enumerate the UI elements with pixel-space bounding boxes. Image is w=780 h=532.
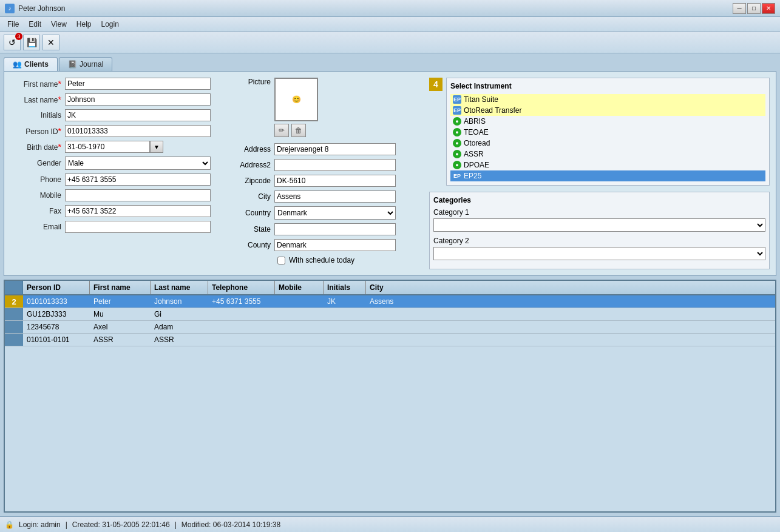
col-header-initials[interactable]: Initials: [324, 281, 366, 294]
instrument-dpoae[interactable]: ● DPOAE: [450, 160, 765, 170]
tab-journal[interactable]: 📓 Journal: [59, 57, 112, 71]
county-input[interactable]: [274, 239, 396, 251]
restore-button[interactable]: □: [747, 3, 761, 14]
edit-picture-button[interactable]: ✏: [274, 124, 289, 137]
address-input[interactable]: [274, 143, 396, 155]
gender-label: Gender: [10, 159, 65, 167]
birth-date-row: Birth date* ▼: [10, 141, 211, 153]
save-button[interactable]: 💾: [23, 35, 40, 50]
assr-label: ASSR: [464, 150, 484, 158]
category1-select[interactable]: [433, 218, 765, 232]
table-row-2-wrapper[interactable]: GU12BJ333 Mu Gi: [5, 308, 775, 321]
instrument-section-title: Select Instrument: [450, 82, 765, 90]
gender-select[interactable]: Male Female: [65, 157, 211, 170]
cell-mobile-4: [275, 334, 324, 346]
refresh-button[interactable]: ↺ 3: [4, 35, 21, 50]
titan-icon: EP: [453, 95, 461, 104]
first-name-label: First name*: [10, 79, 65, 89]
email-label: Email: [10, 223, 65, 231]
menu-file[interactable]: File: [2, 19, 24, 30]
date-picker-button[interactable]: ▼: [150, 141, 163, 153]
teoae-icon: ●: [453, 128, 461, 136]
zipcode-label: Zipcode: [229, 177, 274, 185]
delete-picture-button[interactable]: 🗑: [291, 124, 306, 137]
first-name-input[interactable]: [65, 78, 211, 90]
person-id-input[interactable]: [65, 125, 211, 137]
schedule-row: With schedule today: [277, 256, 411, 264]
state-row: State: [229, 223, 411, 235]
cell-person-id-2: GU12BJ333: [23, 308, 90, 320]
minimize-button[interactable]: ─: [733, 3, 746, 14]
instrument-abris[interactable]: ● ABRIS: [450, 116, 765, 127]
with-schedule-checkbox[interactable]: [277, 257, 285, 264]
cell-last-name-1: Johnson: [151, 295, 208, 308]
otoread-transfer-label: OtoRead Transfer: [464, 106, 521, 115]
col-header-person-id[interactable]: Person ID: [23, 281, 90, 294]
category1-label: Category 1: [433, 208, 765, 217]
table-row-4-wrapper[interactable]: 010101-0101 ASSR ASSR: [5, 334, 775, 346]
country-row: Country Denmark Sweden Norway Germany: [229, 206, 411, 220]
main-content: 👥 Clients 📓 Journal First name* Last nam…: [0, 53, 780, 516]
address2-row: Address2: [229, 159, 411, 171]
menu-edit[interactable]: Edit: [24, 19, 46, 30]
instrument-otoread[interactable]: ● Otoread: [450, 138, 765, 149]
journal-tab-icon: 📓: [68, 60, 77, 69]
table-row-3-wrapper[interactable]: 12345678 Axel Adam: [5, 321, 775, 334]
close-button[interactable]: ✕: [762, 3, 775, 14]
category2-select[interactable]: [433, 247, 765, 260]
instrument-section: Select Instrument EP Titan Suite EP OtoR…: [446, 78, 770, 186]
table-body: 2 0101013333 Peter Johnson +45 6371 3555…: [5, 295, 775, 511]
menu-login[interactable]: Login: [97, 19, 124, 30]
col-header-first-name[interactable]: First name: [90, 281, 151, 294]
col-header-last-name[interactable]: Last name: [151, 281, 208, 294]
instrument-titan[interactable]: EP Titan Suite: [450, 94, 765, 105]
col-header-city[interactable]: City: [366, 281, 775, 294]
instrument-assr[interactable]: ● ASSR: [450, 149, 765, 160]
cell-person-id-4: 010101-0101: [23, 334, 90, 346]
address2-input[interactable]: [274, 159, 396, 171]
address-label: Address: [229, 145, 274, 153]
cell-city-3: [366, 321, 775, 333]
address-section: Picture 😊 ✏ 🗑 Address Address2: [223, 78, 417, 269]
col-header-telephone[interactable]: Telephone: [208, 281, 275, 294]
picture-label: Picture: [229, 78, 274, 86]
city-row: City: [229, 190, 411, 203]
email-input[interactable]: [65, 221, 211, 233]
cell-last-name-4: ASSR: [151, 334, 208, 346]
country-select[interactable]: Denmark Sweden Norway Germany: [274, 206, 396, 220]
tab-clients[interactable]: 👥 Clients: [4, 57, 58, 71]
table-row-1[interactable]: 0101013333 Peter Johnson +45 6371 3555 J…: [23, 295, 775, 308]
menu-view[interactable]: View: [46, 19, 72, 30]
first-name-row: First name*: [10, 78, 211, 90]
menu-help[interactable]: Help: [72, 19, 97, 30]
birth-date-input[interactable]: [65, 141, 150, 153]
table-row[interactable]: 2 0101013333 Peter Johnson +45 6371 3555…: [5, 295, 775, 308]
zipcode-input[interactable]: [274, 175, 396, 187]
mobile-input[interactable]: [65, 189, 211, 201]
last-name-input[interactable]: [65, 93, 211, 106]
clients-table: Person ID First name Last name Telephone…: [4, 280, 776, 513]
cell-telephone-2: [208, 308, 275, 320]
city-input[interactable]: [274, 190, 396, 203]
cell-initials-3: [324, 321, 366, 333]
fax-input[interactable]: [65, 205, 211, 217]
table-row-4[interactable]: 010101-0101 ASSR ASSR: [23, 334, 775, 346]
instrument-teoae[interactable]: ● TEOAE: [450, 127, 765, 138]
instrument-otoread-transfer[interactable]: EP OtoRead Transfer: [450, 105, 765, 116]
initials-input[interactable]: [65, 109, 211, 121]
address2-label: Address2: [229, 161, 274, 169]
close-tool-button[interactable]: ✕: [42, 35, 59, 50]
state-input[interactable]: [274, 223, 396, 235]
fax-label: Fax: [10, 207, 65, 215]
title-bar-left: ♪ Peter Johnson: [5, 4, 65, 13]
right-panel: 4 Select Instrument EP Titan Suite EP Ot…: [423, 78, 776, 269]
instrument-ep25[interactable]: EP EP25: [450, 170, 765, 181]
phone-input[interactable]: [65, 173, 211, 186]
cell-telephone-4: [208, 334, 275, 346]
menu-bar: File Edit View Help Login: [0, 17, 780, 32]
table-row-2[interactable]: GU12BJ333 Mu Gi: [23, 308, 775, 321]
col-header-mobile[interactable]: Mobile: [275, 281, 324, 294]
cell-last-name-2: Gi: [151, 308, 208, 320]
category1-row: Category 1: [433, 208, 765, 232]
table-row-3[interactable]: 12345678 Axel Adam: [23, 321, 775, 334]
